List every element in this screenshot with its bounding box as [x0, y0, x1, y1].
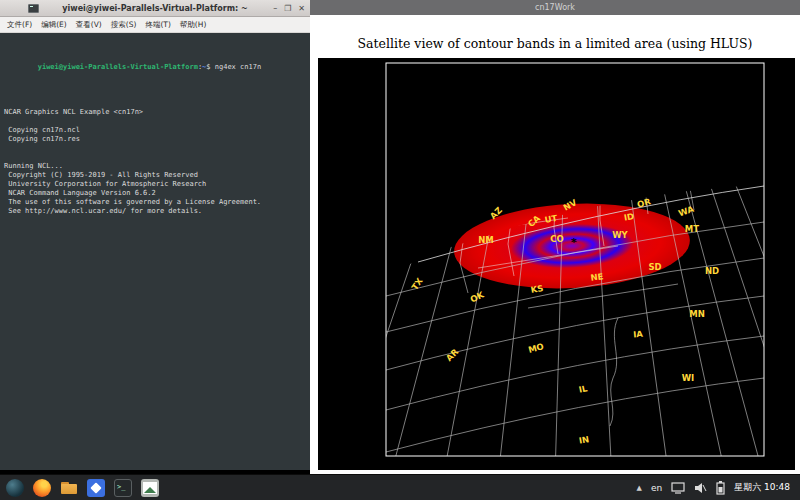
terminal-window-controls: – ❐ ✕: [273, 0, 305, 17]
terminal-output-line: University Corporation for Atmospheric R…: [4, 180, 306, 189]
menu-item[interactable]: 编辑(E): [37, 19, 71, 31]
prompt-user: yiwei@yiwei-Parallels-Virtual-Platform: [38, 63, 198, 71]
terminal-output: NCAR Graphics NCL Example <cn17n> Copyin…: [4, 99, 306, 216]
state-label-mt: MT: [685, 224, 699, 234]
desktop: yiwei@yiwei-Parallels-Virtual-Platform: …: [0, 0, 800, 500]
menu-item[interactable]: 查看(V): [72, 19, 106, 31]
state-label-ks: KS: [530, 283, 544, 295]
state-label-wy: WY: [612, 230, 628, 240]
state-label-ut: UT: [544, 213, 558, 225]
plot-canvas: AZCAUTNVORIDWAMTWYCONMTXOKKSNESDNDMNIAMO…: [318, 58, 795, 470]
applications-menu-icon[interactable]: [6, 479, 24, 497]
state-label-ar: AR: [444, 347, 460, 363]
state-label-ia: IA: [633, 329, 644, 340]
terminal-output-line: NCAR Graphics NCL Example <cn17n>: [4, 108, 306, 117]
terminal-window-title: yiwei@yiwei-Parallels-Virtual-Platform: …: [0, 4, 310, 13]
terminal-output-line: NCAR Command Language Version 6.6.2: [4, 189, 306, 198]
state-label-nm: NM: [478, 235, 494, 245]
chart-title: Satellite view of contour bands in a lim…: [310, 36, 800, 51]
terminal-output-line: Running NCL...: [4, 162, 306, 171]
menu-item[interactable]: 文件(F): [3, 19, 36, 31]
tray-expander-icon[interactable]: ▲: [637, 484, 642, 492]
state-label-ne: NE: [590, 271, 604, 283]
terminal-output-line: The use of this software is governed by …: [4, 198, 306, 207]
plot-titlebar[interactable]: cn17Work: [310, 0, 800, 15]
terminal-output-line: [4, 99, 306, 108]
terminal-output-line: Copying cn17n.ncl: [4, 126, 306, 135]
terminal-output-line: Copyright (C) 1995-2019 - All Rights Res…: [4, 171, 306, 180]
menu-item[interactable]: 终端(T): [141, 19, 174, 31]
terminal-glyph: >_: [117, 483, 125, 491]
plot-window-title: cn17Work: [535, 3, 575, 12]
state-label-wa: WA: [677, 204, 695, 219]
map-label-layer: AZCAUTNVORIDWAMTWYCONMTXOKKSNESDNDMNIAMO…: [318, 58, 795, 470]
state-label-mo: MO: [527, 341, 545, 355]
maximize-button[interactable]: ❐: [284, 5, 291, 13]
terminal-body[interactable]: yiwei@yiwei-Parallels-Virtual-Platform:~…: [0, 33, 310, 470]
terminal-prompt-line: yiwei@yiwei-Parallels-Virtual-Platform:~…: [4, 54, 306, 81]
software-center-icon[interactable]: [87, 479, 105, 497]
state-label-id: ID: [623, 211, 635, 223]
firefox-icon[interactable]: [33, 479, 51, 497]
taskbar: >_ ▲ en 星期六 10:48: [0, 474, 800, 500]
state-label-ok: OK: [469, 290, 486, 305]
state-label-sd: SD: [648, 262, 661, 272]
state-label-nv: NV: [562, 197, 579, 213]
terminal-output-line: [4, 153, 306, 162]
file-manager-icon[interactable]: [60, 479, 78, 497]
state-label-co: CO: [550, 234, 563, 244]
terminal-output-line: [4, 144, 306, 153]
state-label-mn: MN: [689, 309, 705, 319]
state-label-il: IL: [578, 383, 588, 395]
system-tray: ▲ en 星期六 10:48: [637, 481, 794, 495]
state-label-ca: CA: [526, 213, 542, 229]
clock[interactable]: 星期六 10:48: [734, 481, 794, 494]
terminal-output-line: See http://www.ncl.ucar.edu/ for more de…: [4, 207, 306, 216]
image-viewer-icon[interactable]: [141, 479, 159, 497]
volume-icon[interactable]: [694, 482, 707, 494]
terminal-menubar: 文件(F)编辑(E)查看(V)搜索(S)终端(T)帮助(H): [0, 17, 310, 33]
state-label-or: OR: [636, 196, 652, 209]
terminal-app-icon: [28, 4, 39, 13]
prompt-command: ng4ex cn17n: [211, 63, 262, 71]
terminal-output-line: [4, 117, 306, 126]
display-icon[interactable]: [671, 482, 685, 494]
state-label-nd: ND: [705, 266, 719, 276]
state-label-az: AZ: [488, 205, 504, 221]
state-label-tx: TX: [409, 276, 424, 292]
terminal-window: yiwei@yiwei-Parallels-Virtual-Platform: …: [0, 0, 310, 470]
menu-item[interactable]: 搜索(S): [107, 19, 141, 31]
plot-window: cn17Work Satellite view of contour bands…: [310, 0, 800, 474]
input-method-indicator[interactable]: en: [651, 483, 662, 493]
terminal-launcher-icon[interactable]: >_: [114, 479, 132, 497]
state-label-in: IN: [578, 434, 590, 446]
taskbar-launchers: >_: [6, 479, 159, 497]
menu-item[interactable]: 帮助(H): [176, 19, 211, 31]
close-button[interactable]: ✕: [298, 5, 305, 13]
terminal-titlebar[interactable]: yiwei@yiwei-Parallels-Virtual-Platform: …: [0, 0, 310, 17]
map-asterisk-marker: *: [571, 236, 577, 249]
minimize-button[interactable]: –: [273, 5, 277, 13]
terminal-output-line: Copying cn17n.res: [4, 135, 306, 144]
state-label-wi: WI: [682, 373, 695, 383]
battery-icon[interactable]: [716, 481, 725, 495]
